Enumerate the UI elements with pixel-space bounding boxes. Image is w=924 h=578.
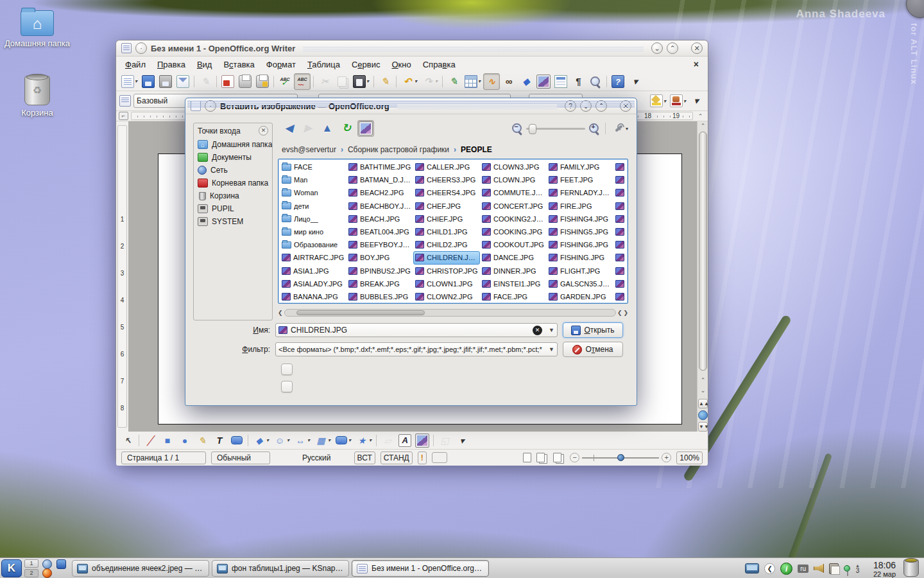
dropdown-arrow-icon[interactable]: ▾ — [663, 98, 666, 104]
file-item[interactable] — [613, 161, 628, 173]
zoom-button[interactable] — [587, 73, 604, 90]
place-pupil[interactable]: PUPIL — [194, 202, 272, 215]
task-button[interactable]: фон таблицы1.jpeg — KSnapshot — [212, 560, 349, 577]
file-item[interactable] — [613, 265, 628, 277]
save-button[interactable] — [140, 73, 157, 90]
file-item[interactable]: FISHING.JPG — [547, 251, 613, 264]
close-panel-icon[interactable]: ✕ — [259, 126, 268, 136]
file-item[interactable]: FISHING5.JPG — [547, 225, 613, 238]
vertical-scrollbar[interactable]: ⌃ ⌃ ⌄ ▲▲ ▼▼ — [697, 121, 708, 432]
file-item[interactable]: CLOWN3.JPG — [480, 161, 547, 173]
file-item[interactable]: DANCE.JPG — [480, 251, 547, 264]
insert-table-button[interactable]: ▾ — [463, 73, 483, 90]
undo-button[interactable]: ↶▾ — [399, 73, 419, 90]
file-item[interactable]: COOKOUT.JPG — [480, 238, 547, 251]
folder-item[interactable]: FACE — [280, 161, 346, 173]
maximize-button[interactable]: ⌃ — [667, 42, 678, 54]
selection-mode-field[interactable]: СТАНД — [381, 451, 413, 464]
display-tray-icon[interactable] — [745, 563, 759, 574]
place-root[interactable]: Корневая папка — [194, 177, 272, 189]
file-item[interactable]: BATHTIME.JPG — [346, 161, 413, 173]
dropdown-arrow-icon[interactable]: ▾ — [366, 78, 369, 84]
file-item[interactable]: DINNER.JPG — [480, 265, 547, 277]
document-as-email-button[interactable] — [175, 73, 191, 90]
zoom-out-button[interactable]: − — [570, 453, 579, 462]
fontwork-button[interactable] — [397, 432, 413, 449]
file-item[interactable]: CHIEF.JPG — [413, 213, 480, 225]
insert-mode-field[interactable]: ВСТ — [354, 451, 375, 464]
scroll-down-icon[interactable]: ⌄ — [698, 386, 708, 395]
menu-window[interactable]: Окно — [386, 58, 416, 71]
menu-table[interactable]: Таблица — [302, 58, 345, 71]
file-item[interactable]: FEET.JPG — [547, 173, 613, 186]
zoom-slider-knob[interactable] — [617, 454, 624, 461]
next-page-button[interactable]: ▼▼ — [698, 422, 708, 432]
formatting-marks-button[interactable]: ¶ — [570, 73, 586, 90]
language-field[interactable]: Русский — [302, 453, 331, 462]
basic-shapes-button[interactable]: ◆▾ — [251, 432, 271, 449]
file-item[interactable] — [613, 200, 628, 213]
file-item[interactable]: CONCERT.JPG — [480, 200, 547, 213]
file-item[interactable]: ASIALADY.JPG — [280, 277, 346, 290]
file-item[interactable]: CLOWN.JPG — [480, 173, 547, 186]
window-menu-button[interactable]: · — [135, 42, 147, 54]
zoom-level-field[interactable]: 100% — [676, 451, 703, 464]
slider-knob[interactable] — [529, 124, 536, 134]
scroll-right-icon[interactable]: ❯ — [623, 310, 628, 316]
background-color-button[interactable]: ▾ — [668, 92, 688, 109]
file-item[interactable]: BOY.JPG — [346, 251, 413, 264]
data-sources-button[interactable] — [552, 73, 569, 90]
writer-titlebar[interactable]: · Без имени 1 - OpenOffice.org Writer ⌄ … — [116, 40, 708, 57]
text-box-button[interactable]: T — [211, 432, 228, 449]
file-item[interactable]: CALLER.JPG — [413, 161, 480, 173]
vertical-ruler[interactable]: 12345678 — [117, 125, 127, 428]
flowchart-button[interactable]: ▦▾ — [312, 432, 332, 449]
cancel-button[interactable]: Отмена — [563, 342, 623, 357]
autospellcheck-button[interactable] — [294, 73, 311, 90]
save-as-button[interactable] — [157, 73, 174, 90]
file-item[interactable]: BEEFYBOY.JPG — [346, 238, 413, 251]
file-item[interactable]: CHEF.JPG — [413, 200, 480, 213]
folder-item[interactable]: Woman — [280, 186, 346, 199]
scrollbar-thumb[interactable] — [699, 132, 707, 371]
option-checkbox-1[interactable] — [281, 363, 293, 375]
dropdown-arrow-icon[interactable]: ▾ — [348, 437, 351, 443]
file-item[interactable]: GALSCN35.JPG — [547, 277, 613, 290]
page-preview-button[interactable] — [254, 73, 271, 90]
open-button[interactable]: Открыть — [563, 322, 623, 338]
file-item[interactable]: CHILDREN.JPG — [413, 251, 480, 264]
scroll-up-icon[interactable]: ⌃ — [698, 121, 708, 130]
file-item[interactable]: BEACHBOY.JPG — [346, 200, 413, 213]
zoom-out-icon[interactable]: − — [511, 122, 524, 135]
place-home[interactable]: Домашняя папка — [194, 138, 272, 151]
folder-item[interactable]: Лицо__ — [280, 213, 346, 225]
draw-functions-button[interactable]: ∿ — [483, 73, 500, 90]
file-item[interactable]: FLIGHT.JPG — [547, 265, 613, 277]
dropdown-arrow-icon[interactable]: ▾ — [287, 437, 289, 443]
file-item[interactable] — [613, 173, 628, 186]
dropdown-arrow-icon[interactable]: ▾ — [478, 78, 481, 84]
up-button[interactable]: ▲ — [319, 120, 336, 137]
symbol-shapes-button[interactable]: ☺▾ — [271, 432, 291, 449]
firefox-launcher-icon[interactable] — [42, 568, 52, 578]
file-name-combo[interactable]: CHILDREN.JPG ✕ ▼ — [275, 323, 558, 337]
callout-button[interactable] — [228, 433, 245, 448]
dropdown-arrow-icon[interactable]: ▾ — [135, 78, 137, 84]
dropdown-arrow-icon[interactable]: ▾ — [683, 98, 686, 104]
task-button[interactable]: Без имени 1 - OpenOffice.org Writer — [352, 560, 489, 577]
horizontal-scrollbar[interactable]: ❮ ❮ ❯ — [278, 308, 628, 317]
chevron-down-icon[interactable]: ▾ — [626, 126, 628, 132]
file-item[interactable]: BREAK.JPG — [346, 277, 413, 290]
file-item[interactable]: ASIA1.JPG — [280, 265, 346, 277]
file-item[interactable]: COOKING2.JPG — [480, 213, 547, 225]
file-item[interactable]: CLOWN1.JPG — [413, 277, 480, 290]
menu-help[interactable]: Справка — [418, 58, 461, 71]
scroll-left-icon[interactable]: ❮ — [278, 310, 283, 316]
file-item[interactable]: FACE.JPG — [480, 290, 547, 303]
file-item[interactable]: FISHING4.JPG — [547, 213, 613, 225]
file-item[interactable]: CLOWN2.JPG — [413, 290, 480, 303]
select-button[interactable]: ↖ — [119, 432, 136, 449]
export-pdf-button[interactable] — [219, 73, 236, 90]
scroll-left-icon[interactable]: ❮ — [617, 310, 622, 316]
place-documents[interactable]: Документы — [194, 151, 272, 164]
